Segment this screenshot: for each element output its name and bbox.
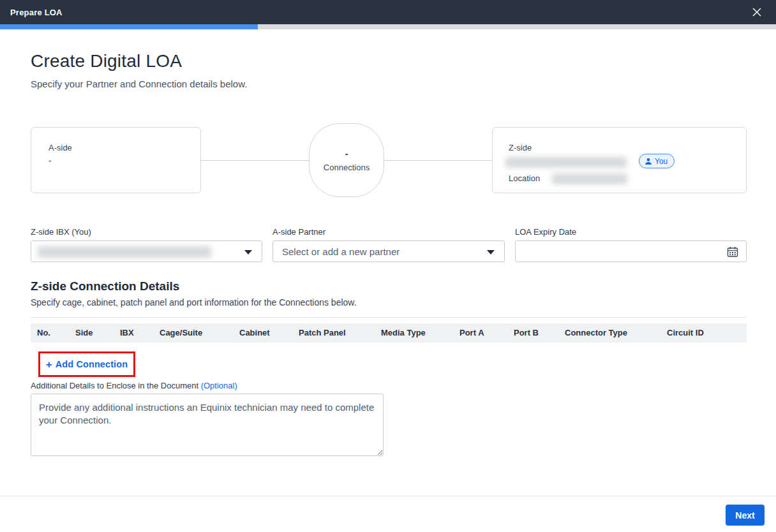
z-side-value-redacted [505, 157, 627, 168]
column-header-port-a: Port A [459, 323, 484, 343]
z-side-label: Z-side [509, 143, 532, 152]
column-header-media-type: Media Type [381, 323, 426, 343]
progress-bar-track [0, 24, 776, 29]
a-side-value: - [48, 156, 52, 166]
connection-details-title: Z-side Connection Details [31, 279, 179, 293]
column-header-connector-type: Connector Type [565, 323, 627, 343]
location-value-redacted [552, 174, 627, 184]
z-side-card: Z-side You Location [492, 127, 747, 193]
column-header-circuit-id: Circuit ID [667, 323, 704, 343]
a-side-label: A-side [48, 143, 72, 152]
z-side-ibx-label: Z-side IBX (You) [31, 227, 91, 237]
modal-header: Prepare LOA [0, 0, 776, 24]
modal-title: Prepare LOA [0, 8, 63, 17]
you-badge-label: You [655, 157, 668, 166]
additional-details-textarea[interactable] [31, 394, 384, 456]
z-side-ibx-select[interactable] [31, 240, 262, 262]
table-top-divider [31, 317, 747, 318]
annotation-highlight-red: + Add Connection [38, 351, 135, 377]
loa-expiry-date-input[interactable] [515, 240, 747, 262]
connections-caption: Connections [324, 163, 369, 172]
progress-bar-fill [0, 24, 258, 29]
additional-details-label-text: Additional Details to Enclose in the Doc… [31, 381, 198, 390]
optional-tag: (Optional) [201, 381, 237, 390]
connector-line-left [201, 160, 309, 161]
connections-table-header: No. Side IBX Cage/Suite Cabinet Patch Pa… [31, 323, 747, 343]
column-header-no: No. [37, 323, 50, 343]
person-icon [645, 158, 652, 165]
close-button[interactable] [744, 0, 770, 24]
plus-icon: + [46, 359, 52, 370]
footer-divider [0, 496, 776, 496]
a-side-partner-select[interactable]: Select or add a new partner [272, 240, 505, 262]
connections-count: - [345, 149, 348, 159]
column-header-patch-panel: Patch Panel [299, 323, 346, 343]
column-header-cabinet: Cabinet [239, 323, 270, 343]
additional-details-label: Additional Details to Enclose in the Doc… [31, 381, 237, 390]
calendar-icon[interactable] [727, 246, 738, 260]
next-button[interactable]: Next [726, 505, 765, 526]
column-header-ibx: IBX [120, 323, 134, 343]
add-connection-button[interactable]: + Add Connection [40, 353, 133, 375]
connection-details-subtitle: Specify cage, cabinet, patch panel and p… [31, 297, 357, 307]
add-connection-label: Add Connection [56, 359, 128, 369]
close-icon [751, 6, 763, 18]
a-side-partner-label: A-side Partner [272, 227, 325, 237]
connections-counter: - Connections [309, 123, 384, 197]
page-title: Create Digital LOA [31, 51, 182, 71]
column-header-cage-suite: Cage/Suite [160, 323, 202, 343]
loa-expiry-label: LOA Expiry Date [515, 227, 576, 237]
column-header-port-b: Port B [514, 323, 539, 343]
connector-line-right [384, 160, 492, 161]
a-side-partner-placeholder: Select or add a new partner [273, 246, 399, 257]
page-subtitle: Specify your Partner and Connection deta… [31, 78, 247, 89]
column-header-side: Side [75, 323, 93, 343]
a-side-card: A-side - [31, 127, 201, 193]
z-side-ibx-value-redacted [38, 246, 211, 258]
chevron-down-icon [487, 250, 495, 255]
you-badge: You [639, 154, 675, 168]
chevron-down-icon [244, 250, 252, 255]
location-label: Location [509, 174, 540, 183]
